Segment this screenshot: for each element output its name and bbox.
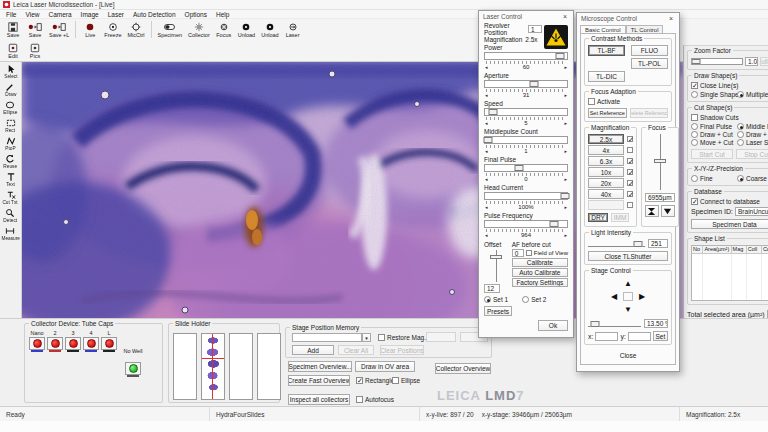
objective-checkbox[interactable] (627, 158, 633, 164)
tool-ellipse[interactable]: Ellipse (3, 100, 18, 115)
fullsize-button[interactable]: FullSize (760, 57, 768, 66)
increment-icon[interactable]: ▸ (564, 148, 567, 155)
objective-checkbox[interactable] (627, 169, 633, 175)
increment-icon[interactable]: ▸ (564, 204, 567, 211)
menu-options[interactable]: Options (181, 11, 211, 18)
connect-database-checkbox[interactable]: Connect to database (691, 198, 768, 205)
field-of-view-checkbox[interactable]: Field of View (526, 250, 568, 256)
objective-4x-button[interactable]: 4x (588, 145, 624, 155)
record-save-button[interactable]: Save (24, 19, 46, 40)
objective-checkbox[interactable] (627, 147, 633, 153)
fluo-button[interactable]: FLUO (631, 45, 668, 56)
menu-auto-detection[interactable]: Auto Detection (129, 11, 180, 18)
stage-right-button[interactable]: ▶ (635, 290, 649, 303)
focus-button[interactable]: Focus (213, 19, 235, 40)
multiple-shapes-radio[interactable]: Multiple Shapes (737, 91, 768, 98)
close-tl-shutter-button[interactable]: Close TLShutter (588, 251, 668, 261)
increment-icon[interactable]: ▸ (564, 120, 567, 127)
objective-checkbox[interactable] (627, 180, 633, 186)
tube-cap-nano[interactable] (29, 337, 45, 350)
delete-reference-button[interactable]: Delete Reference (630, 108, 669, 118)
light-thumb[interactable] (634, 241, 643, 247)
tool-detect[interactable]: Detect (3, 208, 17, 223)
dropdown-arrow-icon[interactable]: ▾ (362, 333, 371, 342)
final-pulse-radio[interactable]: Final Pulse (691, 123, 735, 130)
live-button[interactable]: Live (79, 19, 101, 40)
ellipse-checkbox[interactable]: Ellipse (392, 377, 420, 384)
slide-slot-2[interactable] (201, 333, 225, 400)
tool-measure[interactable]: Measure (1, 226, 20, 241)
collector-button[interactable]: Collector (185, 19, 213, 40)
record-save-plus-l-button[interactable]: Save +L (46, 19, 72, 40)
slider-groove[interactable] (484, 108, 568, 116)
tab-tl-control[interactable]: TL Control (626, 25, 664, 33)
tool-rect[interactable]: Rect (5, 118, 15, 133)
unload-button-2[interactable]: Unload (258, 19, 281, 40)
microscope-close-button[interactable]: Close (609, 350, 647, 361)
position-dropdown[interactable] (292, 333, 362, 342)
menu-camera[interactable]: Camera (44, 11, 75, 18)
edit-button[interactable]: Edit (2, 40, 24, 61)
slide-slot-4[interactable] (257, 333, 281, 400)
freeze-button[interactable]: Freeze (101, 19, 124, 40)
increment-icon[interactable]: ▸ (564, 176, 567, 183)
objective-2-5x-button[interactable]: 2.5x (588, 134, 624, 144)
menu-file[interactable]: File (2, 11, 20, 18)
menu-image[interactable]: Image (77, 11, 103, 18)
calibrate-button[interactable]: Calibrate (512, 258, 568, 267)
set2-radio[interactable]: Set 2 (522, 296, 546, 303)
zoom-slider-thumb[interactable] (692, 59, 701, 64)
tool-reuse[interactable]: Reuse (3, 154, 17, 169)
pics-button[interactable]: Pics (24, 40, 46, 61)
tool-cut-text[interactable]: Cut Txt (2, 190, 18, 205)
increment-icon[interactable]: ▸ (564, 232, 567, 239)
tl-dic-button[interactable]: TL-DIC (588, 71, 625, 82)
move-cut-radio[interactable]: Move + Cut (691, 139, 735, 146)
inspect-all-collectors-button[interactable]: Inspect all collectors (288, 394, 350, 405)
stage-speed-thumb[interactable] (591, 321, 600, 327)
close-icon[interactable]: × (667, 14, 675, 23)
slider-thumb[interactable] (530, 81, 539, 87)
tube-cap-3[interactable] (65, 337, 81, 350)
zoom-slider[interactable] (691, 58, 743, 65)
zoom-value-field[interactable]: 1.0 (745, 57, 758, 66)
rectangle-checkbox[interactable]: Rectangle (356, 377, 394, 384)
offset-thumb[interactable] (490, 255, 502, 259)
no-well-button[interactable] (125, 362, 141, 375)
shadow-cuts-checkbox[interactable]: Shadow Cuts (691, 114, 768, 121)
objective-checkbox[interactable] (627, 136, 633, 142)
stage-speed-slider[interactable] (588, 321, 641, 327)
menu-view[interactable]: View (21, 11, 43, 18)
tube-cap-4[interactable] (83, 337, 99, 350)
microscope-control-titlebar[interactable]: Microscope Control × (577, 13, 679, 24)
focus-drop-button[interactable] (661, 205, 675, 217)
slider-thumb[interactable] (515, 165, 524, 171)
focus-slider[interactable] (645, 134, 675, 190)
save-button[interactable]: Save (2, 19, 24, 40)
slider-groove[interactable] (484, 136, 568, 144)
stage-x-field[interactable] (595, 332, 618, 341)
objective-40x-button[interactable]: 40x (588, 189, 624, 199)
tube-cap-l[interactable] (101, 337, 117, 350)
dry-button[interactable]: DRY (588, 213, 608, 222)
slider-thumb[interactable] (549, 221, 558, 227)
tool-select[interactable]: Select (4, 64, 18, 79)
stage-set-button[interactable]: Set (653, 331, 668, 341)
specimen-overview-button[interactable]: Specimen Overview... (288, 361, 352, 372)
stage-y-field[interactable] (628, 332, 651, 341)
menu-help[interactable]: Help (212, 11, 233, 18)
add-position-button[interactable]: Add (292, 345, 334, 355)
set-reference-button[interactable]: Set Reference (588, 108, 627, 118)
tool-text[interactable]: Text (6, 172, 16, 187)
tl-pol-button[interactable]: TL-POL (631, 58, 668, 69)
collector-overview-button[interactable]: Collector Overview (435, 363, 491, 374)
microscope-control-button[interactable]: MicCtrl (124, 19, 147, 40)
stage-down-button[interactable]: ▼ (621, 303, 635, 316)
objective-6-3x-button[interactable]: 6.3x (588, 156, 624, 166)
autofocus-checkbox[interactable]: Autofocus (356, 396, 394, 403)
clear-positions-button[interactable]: Clear Positions (380, 345, 424, 355)
objective-empty-button[interactable] (588, 200, 624, 210)
slider-groove[interactable] (484, 192, 568, 200)
objective-20x-button[interactable]: 20x (588, 178, 624, 188)
set1-radio[interactable]: Set 1 (484, 296, 508, 303)
